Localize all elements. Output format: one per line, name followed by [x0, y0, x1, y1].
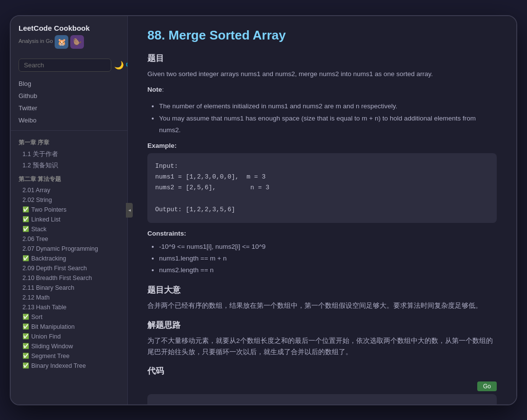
example-code-text: Input:nums1 = [1,2,3,0,0,0], m = 3nums2 …: [155, 162, 269, 213]
example-code-block: Input:nums1 = [1,2,3,0,0,0], m = 3nums2 …: [147, 153, 497, 222]
go-button[interactable]: Go: [477, 381, 497, 391]
note-bullet-1: The number of elements initialized in nu…: [159, 100, 497, 112]
search-input[interactable]: [19, 59, 111, 72]
go-icon-blue: 🐹: [55, 35, 68, 49]
sidebar-item-2-08[interactable]: ✅ Backtracking: [19, 254, 120, 263]
sidebar-item-2-10[interactable]: 2.10 Breadth First Search: [19, 273, 120, 283]
note-bullet-2: You may assume that nums1 has enough spa…: [159, 113, 497, 137]
sidebar-item-2-02[interactable]: 2.02 String: [19, 195, 120, 205]
problem-desc: Given two sorted integer arrays nums1 an…: [147, 69, 497, 80]
sidebar-chapter1: 第一章 序章 1.1 关于作者 1.2 预备知识 第二章 算法专题 2.01 A…: [11, 135, 127, 371]
sidebar-item-1-2[interactable]: 1.2 预备知识: [19, 160, 120, 171]
chapter2-title: 第二章 算法专题: [19, 171, 120, 185]
approach-section-title: 解题思路: [147, 320, 497, 331]
approach-text: 为了不大量移动元素，就要从2个数组长度之和的最后一个位置开始，依次选取两个数组中…: [147, 336, 497, 358]
sidebar-item-2-19[interactable]: ✅ Binary Indexed Tree: [19, 361, 120, 371]
sidebar-toggle[interactable]: ◂: [126, 203, 133, 218]
constraints-label: Constraints:: [147, 230, 497, 237]
code-header: Go: [147, 381, 497, 391]
note-label: Note:: [147, 84, 497, 96]
page-title: 88. Merge Sorted Array: [147, 28, 497, 43]
sidebar-item-2-15[interactable]: ✅ Bit Manipulation: [19, 322, 120, 332]
sidebar-item-twitter[interactable]: Twitter: [19, 102, 120, 114]
sidebar-logo: LeetCode Cookbook Analysis in Go 🐹 🦫: [11, 24, 127, 55]
sidebar-item-2-13[interactable]: 2.13 Hash Table: [19, 302, 120, 312]
moon-icon: 🌙: [114, 60, 124, 70]
app-subtitle: Analysis in Go 🐹 🦫: [19, 33, 120, 49]
summary-text: 合并两个已经有序的数组，结果放在第一个数组中，第一个数组假设空间足够大。要求算法…: [147, 300, 497, 312]
main-content: 88. Merge Sorted Array 题目 Given two sort…: [128, 16, 516, 404]
summary-section-title: 题目大意: [147, 284, 497, 296]
logo-icons: 🐹 🦫: [55, 35, 84, 49]
constraint-3: nums2.length == n: [159, 264, 497, 276]
sidebar: LeetCode Cookbook Analysis in Go 🐹 🦫 🌙 G…: [11, 16, 128, 404]
app-title: LeetCode Cookbook: [19, 24, 120, 32]
constraints-bullets: -10^9 <= nums1[i], nums2[i] <= 10^9 nums…: [147, 241, 497, 277]
sidebar-item-2-18[interactable]: ✅ Segment Tree: [19, 351, 120, 361]
app-container: LeetCode Cookbook Analysis in Go 🐹 🦫 🌙 G…: [11, 16, 516, 404]
search-box: 🌙 GO: [19, 59, 120, 72]
sidebar-divider-1: [11, 130, 127, 131]
example-label: Example:: [147, 142, 497, 149]
sidebar-nav: Blog Github Twitter Weibo: [11, 78, 127, 126]
sidebar-item-2-01[interactable]: 2.01 Array: [19, 185, 120, 195]
sidebar-item-2-14[interactable]: ✅ Sort: [19, 312, 120, 322]
sidebar-item-2-17[interactable]: ✅ Sliding Window: [19, 341, 120, 351]
sidebar-item-2-07[interactable]: 2.07 Dynamic Programming: [19, 244, 120, 254]
sidebar-item-2-11[interactable]: 2.11 Binary Search: [19, 283, 120, 293]
sidebar-item-blog[interactable]: Blog: [19, 78, 120, 90]
note-bullets: The number of elements initialized in nu…: [147, 100, 497, 136]
constraint-1: -10^9 <= nums1[i], nums2[i] <= 10^9: [159, 241, 497, 253]
sidebar-item-2-06[interactable]: 2.06 Tree: [19, 234, 120, 244]
sidebar-item-2-12[interactable]: 2.12 Math: [19, 293, 120, 302]
sidebar-item-1-1[interactable]: 1.1 关于作者: [19, 149, 120, 160]
sidebar-item-2-03[interactable]: ✅ Two Pointers: [19, 205, 120, 215]
sidebar-item-github[interactable]: Github: [19, 90, 120, 102]
sidebar-item-2-09[interactable]: 2.09 Depth First Search: [19, 263, 120, 273]
code-block: package leetcode func merge(nums1 []int,…: [147, 394, 497, 404]
problem-section-title: 题目: [147, 53, 497, 64]
search-icons: 🌙 GO: [114, 60, 128, 70]
sidebar-item-2-04[interactable]: ✅ Linked List: [19, 215, 120, 224]
sidebar-item-2-05[interactable]: ✅ Stack: [19, 224, 120, 234]
tablet-inner: LeetCode Cookbook Analysis in Go 🐹 🦫 🌙 G…: [11, 16, 516, 404]
constraint-2: nums1.length == m + n: [159, 253, 497, 264]
code-section-title: 代码: [147, 365, 497, 377]
tablet-frame: LeetCode Cookbook Analysis in Go 🐹 🦫 🌙 G…: [10, 15, 517, 405]
sidebar-item-weibo[interactable]: Weibo: [19, 114, 120, 126]
go-icon-purple: 🦫: [70, 35, 84, 49]
chapter1-title: 第一章 序章: [19, 135, 120, 149]
sidebar-item-2-16[interactable]: ✅ Union Find: [19, 332, 120, 341]
